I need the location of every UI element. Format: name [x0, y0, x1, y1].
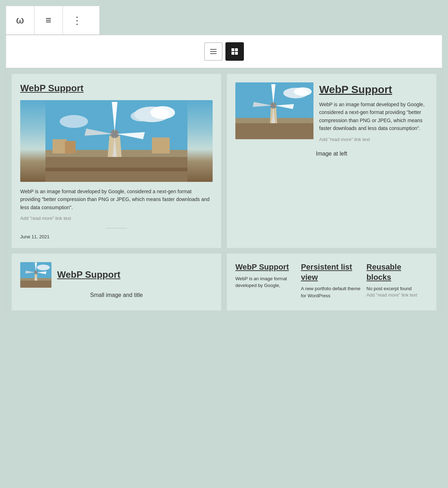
grid-col-1-title-link[interactable]: WebP Support — [235, 262, 289, 271]
post-card-small-label: Small image and title — [20, 292, 213, 298]
svg-rect-6 — [235, 52, 238, 55]
svg-rect-14 — [65, 141, 76, 153]
post-card-image-left-title-link[interactable]: WebP Support — [319, 83, 392, 95]
menu-icon: ≡ — [45, 15, 51, 26]
post-card-image-left-label: Image at left — [235, 151, 428, 157]
toolbar-btn-menu[interactable]: ≡ — [34, 6, 63, 34]
post-card-image-left-title: WebP Support — [319, 82, 428, 96]
grid-view-icon — [230, 47, 239, 56]
grid-col-3-title-link[interactable]: Reusable blocks — [366, 262, 401, 282]
grid-col-3-title: Reusable blocks — [366, 262, 428, 282]
grid-col-2-excerpt: A new portfolio default theme for WordPr… — [301, 285, 362, 299]
svg-point-10 — [150, 106, 175, 119]
svg-rect-1 — [210, 51, 217, 52]
svg-rect-3 — [231, 48, 234, 51]
post-card-standard-title-link[interactable]: WebP Support — [20, 83, 83, 93]
post-card-image-left-text: WebP Support WebP is an image format dev… — [319, 82, 428, 146]
svg-point-12 — [60, 115, 88, 128]
grid-col-1-excerpt: WebP is an image format developed by Goo… — [235, 275, 297, 289]
list-view-button[interactable] — [204, 42, 223, 61]
toolbar-btn-more[interactable]: ⋮ — [63, 6, 91, 34]
post-image-left — [235, 82, 313, 139]
grid-view-button[interactable] — [225, 42, 244, 61]
svg-point-37 — [37, 265, 50, 270]
grid-col-2-title: Persistent list view — [301, 262, 362, 282]
toolbar-btn-omega[interactable]: ω — [6, 6, 34, 34]
grid-col-2: Persistent list view A new portfolio def… — [301, 262, 362, 302]
post-image-standard — [20, 100, 213, 182]
svg-rect-0 — [210, 49, 217, 50]
post-card-standard-title: WebP Support — [20, 82, 213, 94]
omega-icon: ω — [16, 15, 24, 26]
svg-rect-34 — [235, 123, 313, 139]
post-card-image-left: WebP Support WebP is an image format dev… — [227, 74, 436, 248]
post-card-grid: WebP Support WebP is an image format dev… — [227, 254, 436, 310]
svg-rect-15 — [152, 137, 170, 153]
post-card-standard-date: June 11, 2021 — [20, 234, 213, 239]
post-image-small — [20, 262, 51, 288]
post-card-small-image: WebP Support Small image and title — [12, 254, 221, 310]
grid-col-1: WebP Support WebP is an image format dev… — [235, 262, 297, 302]
svg-point-11 — [131, 111, 152, 121]
view-switcher-bar — [6, 35, 442, 68]
post-card-small-inner: WebP Support — [20, 262, 213, 288]
list-view-icon — [209, 47, 218, 56]
more-icon: ⋮ — [72, 15, 82, 26]
grid-col-3-readmore: Add "read more" link text — [366, 292, 428, 298]
toolbar: ω ≡ ⋮ — [6, 6, 100, 35]
post-card-image-left-readmore: Add "read more" link text — [319, 137, 428, 142]
svg-point-27 — [294, 87, 312, 96]
grid-col-3-excerpt: No post excerpt found — [366, 285, 428, 292]
post-card-grid-inner: WebP Support WebP is an image format dev… — [235, 262, 428, 302]
post-card-standard-excerpt: WebP is an image format developed by Goo… — [20, 188, 213, 211]
post-card-small-title-link[interactable]: WebP Support — [57, 269, 120, 280]
post-card-standard: WebP Support — [12, 74, 221, 248]
svg-rect-2 — [210, 53, 217, 54]
grid-col-3: Reusable blocks No post excerpt found Ad… — [366, 262, 428, 302]
svg-rect-13 — [53, 139, 67, 153]
post-card-standard-readmore: Add "read more" link text — [20, 216, 213, 221]
post-card-image-left-excerpt: WebP is an image format developed by Goo… — [319, 101, 428, 132]
post-card-small-title: WebP Support — [57, 269, 120, 280]
main-content: WebP Support — [6, 68, 442, 316]
post-card-divider — [106, 228, 127, 228]
post-card-horizontal-inner: WebP Support WebP is an image format dev… — [235, 82, 428, 146]
svg-rect-23 — [45, 168, 187, 171]
grid-col-1-title: WebP Support — [235, 262, 297, 272]
svg-rect-44 — [20, 281, 51, 288]
grid-col-2-title-link[interactable]: Persistent list view — [301, 262, 352, 282]
svg-rect-5 — [231, 52, 234, 55]
svg-rect-4 — [235, 48, 238, 51]
